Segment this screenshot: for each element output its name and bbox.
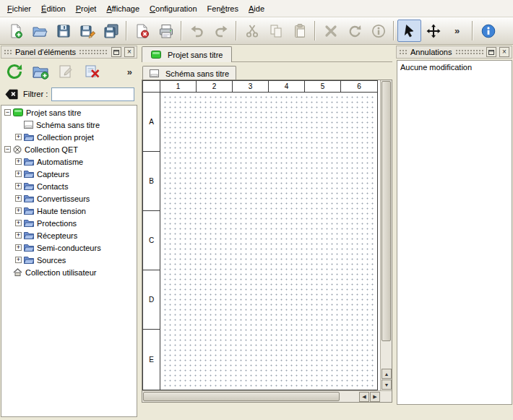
filter-row: Filtrer :: [0, 85, 138, 103]
tree-item-haute-tension[interactable]: +Haute tension: [1, 205, 137, 217]
expander-plus-icon[interactable]: +: [15, 207, 22, 214]
copy-button[interactable]: [264, 20, 288, 42]
expander-minus-icon[interactable]: −: [4, 109, 11, 116]
scroll-right-button[interactable]: ▶: [370, 392, 380, 402]
element-info-button[interactable]: [366, 20, 390, 42]
expander-plus-icon[interactable]: +: [15, 232, 22, 239]
folder-icon: [24, 158, 34, 166]
elements-panel-header[interactable]: Panel d'éléments ×: [1, 46, 137, 59]
diagram-canvas[interactable]: 123456 ABCDE: [142, 80, 380, 390]
overflow-chevron-button[interactable]: »: [445, 20, 469, 42]
tree-item-label: Semi-conducteurs: [37, 244, 104, 252]
drag-handle-icon[interactable]: [4, 49, 12, 55]
tab-project[interactable]: Projet sans titre: [142, 46, 232, 62]
tree-item-automatisme[interactable]: +Automatisme: [1, 155, 137, 168]
print-button[interactable]: [154, 20, 178, 42]
save-button[interactable]: [51, 20, 75, 42]
close-panel-button[interactable]: ×: [499, 47, 509, 57]
expander-plus-icon[interactable]: +: [15, 244, 22, 251]
reload-collections-button[interactable]: [4, 61, 25, 82]
move-scene-button[interactable]: [421, 20, 445, 42]
drag-handle-icon[interactable]: [79, 49, 108, 55]
scroll-up-button[interactable]: ▲: [381, 369, 392, 379]
expander-plus-icon[interactable]: +: [15, 195, 22, 202]
hscroll-thumb[interactable]: [143, 392, 340, 401]
undo-empty-text: Aucune modification: [400, 63, 472, 72]
menu-aide[interactable]: Aide: [243, 1, 270, 16]
undo-panel-header[interactable]: Annulations ×: [396, 46, 512, 59]
drag-handle-icon[interactable]: [399, 49, 408, 55]
menu-fichier[interactable]: Fichier: [2, 1, 36, 16]
folder-icon: [24, 182, 34, 191]
folder-icon: [24, 170, 34, 179]
select-arrow-button[interactable]: [397, 20, 421, 42]
tree-item-projet-sans-titre[interactable]: −Projet sans titre: [1, 106, 137, 119]
new-document-button[interactable]: [4, 20, 27, 42]
menu-fenetres[interactable]: Fenêtres: [202, 1, 243, 16]
panel-overflow-button[interactable]: »: [127, 67, 134, 77]
expander-plus-icon[interactable]: +: [15, 134, 22, 140]
clear-filter-icon: [4, 87, 19, 101]
tree-item-collection-utilisateur[interactable]: Collection utilisateur: [1, 266, 137, 278]
cut-button[interactable]: [240, 20, 264, 42]
float-panel-button[interactable]: [111, 47, 121, 57]
scroll-left-button[interactable]: ◀: [359, 392, 369, 402]
close-file-button[interactable]: [130, 20, 154, 42]
tree-item-collection-qet[interactable]: −Collection QET: [1, 143, 137, 155]
undo-history-list[interactable]: Aucune modification: [397, 60, 512, 405]
schema-icon: [24, 121, 33, 129]
elements-panel: Panel d'éléments × » Filtrer : −Projet s…: [0, 45, 138, 420]
delete-element-button[interactable]: [82, 61, 103, 82]
folder-icon: [24, 219, 34, 228]
close-panel-button[interactable]: ×: [124, 47, 134, 57]
delete-button[interactable]: [319, 20, 342, 42]
expander-plus-icon[interactable]: +: [15, 220, 22, 226]
vscroll-thumb[interactable]: [381, 81, 391, 341]
clear-filter-button[interactable]: [4, 87, 20, 101]
filter-input[interactable]: [51, 87, 134, 101]
undo-panel-title: Annulations: [410, 48, 452, 56]
tree-item-contacts[interactable]: +Contacts: [1, 180, 137, 192]
menu-edition[interactable]: Édition: [36, 1, 71, 16]
undo-panel: Annulations × Aucune modification: [395, 45, 513, 420]
expander-plus-icon[interactable]: +: [15, 158, 22, 165]
tree-item-convertisseurs[interactable]: +Convertisseurs: [1, 192, 137, 205]
save-all-button[interactable]: [99, 20, 123, 42]
menu-affichage[interactable]: Affichage: [101, 1, 145, 16]
drag-handle-icon[interactable]: [455, 49, 484, 55]
edit-element-button[interactable]: [56, 61, 77, 82]
tree-item-collection-projet[interactable]: +Collection projet: [1, 131, 137, 143]
save-as-button[interactable]: [75, 20, 99, 42]
diagram-sheet: 123456 ABCDE: [142, 80, 378, 390]
paste-button[interactable]: [288, 20, 311, 42]
redo-button[interactable]: [209, 20, 233, 42]
undo-button[interactable]: [185, 20, 209, 42]
menu-projet[interactable]: Projet: [71, 1, 102, 16]
tree-item-protections[interactable]: +Protections: [1, 217, 137, 229]
tree-item-sources[interactable]: +Sources: [1, 254, 137, 266]
row-label: C: [143, 211, 160, 270]
tree-item-schema-sans-titre[interactable]: Schéma sans titre: [1, 119, 137, 131]
hscroll-track[interactable]: [340, 392, 358, 401]
main-area: Panel d'éléments × » Filtrer : −Projet s…: [0, 45, 513, 420]
expander-plus-icon[interactable]: +: [15, 171, 22, 177]
scroll-down-button[interactable]: ▼: [381, 380, 392, 390]
horizontal-scrollbar[interactable]: ◀ ▶: [142, 390, 392, 402]
tab-schema[interactable]: Schéma sans titre: [142, 66, 236, 80]
open-folder-button[interactable]: [27, 20, 51, 42]
vertical-scrollbar[interactable]: ▲ ▼: [380, 80, 392, 390]
expander-plus-icon[interactable]: +: [15, 183, 22, 189]
tree-item-semi-conducteurs[interactable]: +Semi-conducteurs: [1, 241, 137, 254]
float-panel-button[interactable]: [486, 47, 496, 57]
tree-item-recepteurs[interactable]: +Récepteurs: [1, 229, 137, 241]
expander-plus-icon[interactable]: +: [15, 257, 22, 263]
new-element-button[interactable]: [30, 61, 51, 82]
expander-minus-icon[interactable]: −: [4, 146, 11, 153]
rotate-button[interactable]: [342, 20, 366, 42]
element-tree[interactable]: −Projet sans titreSchéma sans titre+Coll…: [1, 105, 137, 417]
vscroll-track[interactable]: [381, 341, 391, 368]
tree-item-capteurs[interactable]: +Capteurs: [1, 168, 137, 180]
menu-configuration[interactable]: Configuration: [145, 1, 202, 16]
about-info-button[interactable]: [476, 20, 500, 42]
scrollbar-corner: [380, 392, 391, 401]
